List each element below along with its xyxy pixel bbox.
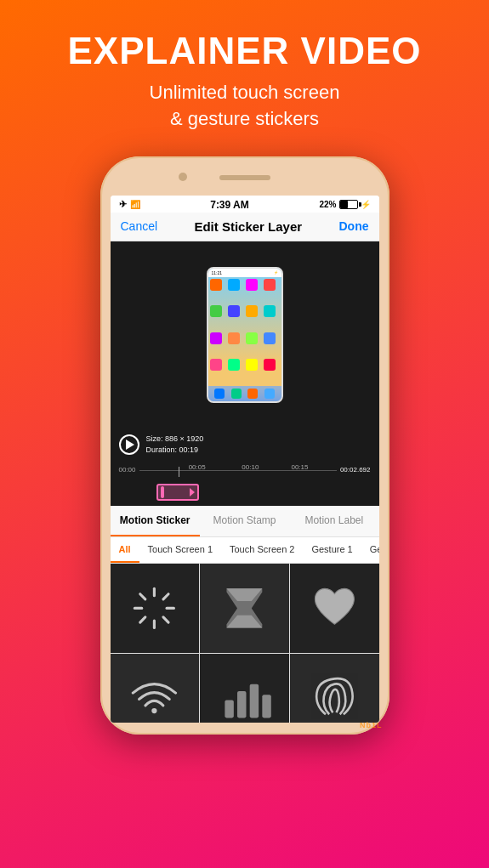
watermark: Nb1L <box>360 721 379 723</box>
preview-app-8 <box>264 305 276 317</box>
battery-pct: 22% <box>319 200 336 209</box>
preview-app-5 <box>210 305 222 317</box>
time-label-start: 00:00 <box>119 466 136 474</box>
svg-point-11 <box>152 708 157 713</box>
sticker-cell-hourglass[interactable] <box>200 564 289 653</box>
preview-app-7 <box>246 305 258 317</box>
svg-rect-15 <box>262 695 270 718</box>
clip-handle-right <box>190 488 195 496</box>
preview-app-9 <box>210 332 222 344</box>
preview-app-3 <box>246 279 258 291</box>
filter-touch2[interactable]: Touch Screen 2 <box>221 537 303 563</box>
sticker-clip[interactable] <box>156 484 199 501</box>
airplane-icon: ✈ <box>119 199 127 210</box>
preview-screen: 11:21 ⚡ <box>208 269 281 401</box>
filter-gesture2[interactable]: Gestu... <box>361 537 379 563</box>
timeline[interactable]: 00:00 00:05 00:10 00:15 00:02.692 <box>111 462 379 482</box>
hero-title: EXPLAINER VIDEO <box>68 31 422 71</box>
preview-app-16 <box>264 359 276 371</box>
tab-motion-sticker[interactable]: Motion Sticker <box>111 506 200 536</box>
filter-tabs: All Touch Screen 1 Touch Screen 2 Gestur… <box>111 537 379 564</box>
time-label-15: 00:15 <box>291 463 308 471</box>
dock-icon-2 <box>231 389 242 399</box>
svg-rect-14 <box>250 684 259 718</box>
battery-fill <box>340 201 348 208</box>
tab-motion-stamp[interactable]: Motion Stamp <box>200 506 289 536</box>
nav-title: Edit Sticker Layer <box>194 219 302 234</box>
preview-app-13 <box>210 359 222 371</box>
svg-line-5 <box>163 617 168 622</box>
sticker-cell-fingerprint[interactable] <box>290 654 379 723</box>
spinner-icon <box>128 582 181 635</box>
sticker-cell-wifi[interactable] <box>111 654 200 723</box>
done-button[interactable]: Done <box>338 219 368 233</box>
cancel-button[interactable]: Cancel <box>121 219 158 233</box>
battery-icon <box>339 200 358 209</box>
preview-app-15 <box>246 359 258 371</box>
dock-icon-3 <box>247 389 258 399</box>
video-duration: Duration: 00:19 <box>146 445 204 457</box>
clip-handle-left <box>161 486 164 498</box>
video-size: Size: 886 × 1920 <box>146 434 204 445</box>
preview-app-12 <box>264 332 276 344</box>
svg-line-7 <box>140 617 145 622</box>
filter-gesture1[interactable]: Gesture 1 <box>303 537 361 563</box>
bar-chart-icon <box>218 672 271 723</box>
preview-app-grid <box>208 277 281 386</box>
heart-icon <box>308 582 361 635</box>
status-left: ✈ 📶 <box>119 199 140 210</box>
video-controls: Size: 886 × 1920 Duration: 00:19 <box>111 428 379 462</box>
current-time-display: 00:02.692 <box>340 466 371 474</box>
sticker-type-tabs: Motion Sticker Motion Stamp Motion Label <box>111 506 379 537</box>
svg-rect-13 <box>237 691 246 718</box>
dock-icon-1 <box>214 389 225 399</box>
preview-app-14 <box>228 359 240 371</box>
video-info: Size: 886 × 1920 Duration: 00:19 <box>119 434 371 457</box>
nav-bar: Cancel Edit Sticker Layer Done <box>111 213 379 241</box>
dock-icon-4 <box>264 389 275 399</box>
preview-app-4 <box>264 279 276 291</box>
time-label-5: 00:05 <box>189 463 206 471</box>
phone-screen: ✈ 📶 7:39 AM 22% ⚡ Cancel Edit Sticker La… <box>111 196 379 723</box>
phone-speaker <box>219 175 270 180</box>
phone-top-bar <box>111 168 379 192</box>
hourglass-icon <box>218 582 271 635</box>
time-label-10: 00:10 <box>242 463 259 471</box>
timeline-cursor <box>179 467 179 477</box>
timeline-track: 00:05 00:10 00:15 <box>139 463 337 477</box>
preview-app-6 <box>228 305 240 317</box>
fingerprint-icon <box>308 672 361 723</box>
wifi-icon: 📶 <box>130 200 140 209</box>
status-right: 22% ⚡ <box>319 200 370 209</box>
timeline-ruler: 00:00 00:05 00:10 00:15 00:02.692 <box>119 462 371 479</box>
filter-all[interactable]: All <box>111 537 139 563</box>
tab-motion-label[interactable]: Motion Label <box>289 506 378 536</box>
sticker-cell-heart[interactable] <box>290 564 379 653</box>
cursor-line <box>179 467 179 477</box>
phone-preview: 11:21 ⚡ <box>207 267 283 403</box>
wifi-signal-icon <box>128 672 181 723</box>
hero-subtitle: Unlimited touch screen & gesture sticker… <box>150 80 340 133</box>
svg-rect-12 <box>225 700 233 718</box>
play-button[interactable] <box>119 434 139 455</box>
sticker-grid <box>111 564 379 723</box>
preview-app-11 <box>246 332 258 344</box>
video-area: 11:21 ⚡ <box>111 241 379 428</box>
play-icon <box>126 440 134 450</box>
bolt-icon: ⚡ <box>361 200 371 209</box>
status-time: 7:39 AM <box>210 199 249 211</box>
sticker-cell-barchart[interactable] <box>200 654 289 723</box>
preview-app-2 <box>228 279 240 291</box>
preview-status-bar: 11:21 ⚡ <box>208 269 281 277</box>
svg-line-6 <box>163 594 168 599</box>
sticker-cell-spinner[interactable] <box>111 564 200 653</box>
preview-app-1 <box>210 279 222 291</box>
phone-mockup: ✈ 📶 7:39 AM 22% ⚡ Cancel Edit Sticker La… <box>100 156 389 735</box>
video-meta: Size: 886 × 1920 Duration: 00:19 <box>146 434 204 457</box>
battery-tip <box>359 202 361 207</box>
preview-app-10 <box>228 332 240 344</box>
filter-touch1[interactable]: Touch Screen 1 <box>139 537 221 563</box>
status-bar: ✈ 📶 7:39 AM 22% ⚡ <box>111 196 379 213</box>
sticker-track <box>111 482 379 506</box>
preview-dock <box>208 386 281 401</box>
